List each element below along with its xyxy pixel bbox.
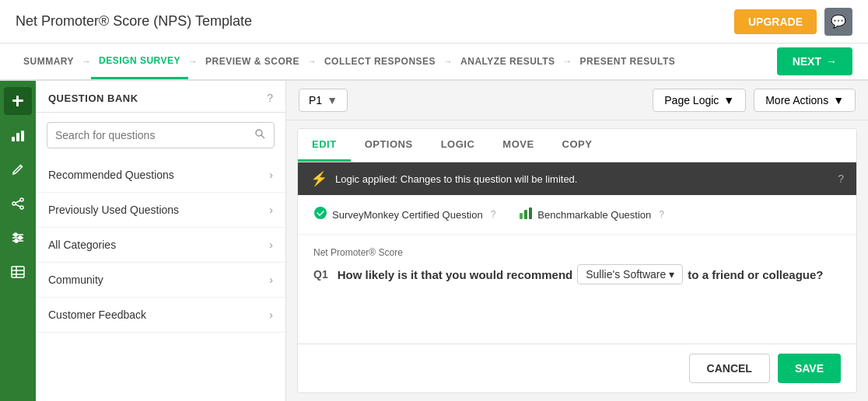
svg-point-7 (20, 206, 23, 209)
svg-rect-2 (12, 137, 15, 141)
svg-point-14 (19, 236, 22, 239)
company-dropdown[interactable]: Sullie's Software ▾ (577, 264, 683, 284)
nav-preview-score[interactable]: PREVIEW & SCORE (198, 44, 307, 79)
nav-arrow-2: → (188, 56, 198, 67)
next-button[interactable]: NEXT → (777, 47, 852, 75)
certified-label: SurveyMonkey Certified Question (332, 209, 483, 221)
svg-point-5 (12, 202, 16, 205)
nav-present-results[interactable]: PRESENT RESULTS (572, 44, 684, 79)
question-meta: SurveyMonkey Certified Question ? Benchm… (298, 195, 856, 235)
question-row: Q1 How likely is it that you would recom… (313, 264, 841, 284)
question-bank-help-icon[interactable]: ? (267, 92, 273, 104)
svg-rect-24 (524, 210, 527, 219)
svg-point-20 (256, 130, 262, 136)
save-button[interactable]: SAVE (778, 354, 841, 383)
page-dropdown-icon: ▼ (327, 94, 338, 106)
nav-arrow-3: → (307, 56, 317, 67)
panel-toolbar: P1 ▼ Page Logic ▼ More Actions ▼ (286, 81, 868, 120)
more-actions-button[interactable]: More Actions ▼ (754, 89, 856, 112)
nav-arrow-1: → (82, 56, 91, 67)
chevron-right-icon: › (269, 309, 273, 321)
nav-collect-responses[interactable]: COLLECT RESPONSES (317, 44, 443, 79)
bank-list: Recommended Questions › Previously Used … (36, 158, 285, 401)
sidebar-icon-pencil[interactable] (4, 155, 32, 183)
svg-rect-3 (16, 133, 19, 141)
tab-logic[interactable]: LOGIC (427, 129, 489, 162)
svg-point-6 (20, 198, 23, 201)
svg-rect-4 (21, 131, 24, 141)
top-bar: Net Promoter® Score (NPS) Template UPGRA… (0, 0, 868, 44)
page-selector[interactable]: P1 ▼ (299, 89, 348, 112)
edit-tabs: EDIT OPTIONS LOGIC MOVE COPY (298, 129, 856, 162)
benchmarkable-badge: Benchmarkable Question ? (519, 206, 664, 223)
message-button[interactable]: 💬 (824, 8, 852, 36)
svg-line-9 (16, 204, 20, 207)
chevron-right-icon: › (269, 239, 273, 251)
chevron-right-icon: › (269, 169, 273, 181)
svg-line-21 (261, 135, 264, 138)
svg-point-13 (14, 233, 17, 236)
svg-rect-1 (16, 96, 19, 106)
nav-analyze-results[interactable]: ANALYZE RESULTS (453, 44, 563, 79)
tab-copy[interactable]: COPY (548, 129, 607, 162)
search-box[interactable] (47, 122, 275, 148)
more-actions-chevron-icon: ▼ (833, 94, 844, 106)
sidebar-icon-sliders[interactable] (4, 224, 32, 252)
tab-edit[interactable]: EDIT (298, 129, 351, 162)
benchmark-label: Benchmarkable Question (537, 209, 651, 221)
sidebar-icons (0, 81, 36, 401)
svg-point-22 (314, 207, 327, 219)
certified-badge: SurveyMonkey Certified Question ? (313, 206, 495, 223)
tab-options[interactable]: OPTIONS (351, 129, 427, 162)
bank-item-customer-feedback[interactable]: Customer Feedback › (36, 298, 285, 333)
nav-design-survey[interactable]: DESIGN SURVEY (91, 44, 188, 79)
sidebar-icon-add[interactable] (4, 87, 32, 115)
svg-point-15 (15, 239, 18, 242)
edit-panel: EDIT OPTIONS LOGIC MOVE COPY ⚡ Logic app… (297, 128, 857, 393)
sidebar-icon-table[interactable] (4, 258, 32, 286)
svg-rect-16 (12, 267, 24, 277)
svg-rect-25 (529, 207, 532, 219)
top-bar-actions: UPGRADE 💬 (734, 8, 852, 36)
logic-banner-help-icon[interactable]: ? (838, 173, 844, 185)
main-layout: QUESTION BANK ? Recommended Questions › … (0, 81, 868, 401)
question-text-after: to a friend or colleague? (688, 268, 823, 281)
page-label: P1 (309, 94, 322, 106)
question-bank-header: QUESTION BANK ? (36, 81, 285, 113)
logic-lightning-icon: ⚡ (310, 170, 327, 187)
upgrade-button[interactable]: UPGRADE (734, 9, 817, 34)
question-number: Q1 (313, 268, 328, 281)
question-text-before: How likely is it that you would recommen… (338, 268, 573, 281)
nav-arrow-5: → (563, 56, 572, 67)
bank-item-community[interactable]: Community › (36, 263, 285, 298)
tab-move[interactable]: MOVE (488, 129, 548, 162)
bank-item-previously-used[interactable]: Previously Used Questions › (36, 193, 285, 228)
question-bank-title: QUESTION BANK (48, 92, 138, 104)
svg-line-8 (16, 200, 20, 203)
benchmark-icon (519, 206, 533, 223)
page-logic-button[interactable]: Page Logic ▼ (653, 89, 746, 112)
search-icon (254, 127, 266, 143)
panel-footer: CANCEL SAVE (298, 343, 856, 392)
next-arrow-icon: → (826, 55, 837, 68)
certified-help-icon[interactable]: ? (491, 209, 496, 220)
question-content: Net Promoter® Score Q1 How likely is it … (298, 235, 856, 343)
sidebar-icon-analytics[interactable] (4, 121, 32, 149)
benchmark-help-icon[interactable]: ? (659, 209, 664, 220)
bank-item-all-categories[interactable]: All Categories › (36, 228, 285, 263)
sidebar-icon-connect[interactable] (4, 190, 32, 218)
company-name: Sullie's Software (586, 268, 666, 281)
page-title: Net Promoter® Score (NPS) Template (16, 13, 252, 30)
question-bank-panel: QUESTION BANK ? Recommended Questions › … (36, 81, 286, 401)
search-input[interactable] (55, 129, 254, 141)
company-dropdown-chevron-icon: ▾ (669, 268, 674, 281)
right-panel: P1 ▼ Page Logic ▼ More Actions ▼ EDIT OP… (286, 81, 868, 401)
bank-item-recommended[interactable]: Recommended Questions › (36, 158, 285, 193)
chevron-right-icon: › (269, 274, 273, 286)
page-logic-chevron-icon: ▼ (723, 94, 734, 106)
logic-banner: ⚡ Logic applied: Changes to this questio… (298, 162, 856, 195)
chevron-right-icon: › (269, 204, 273, 216)
nav-summary[interactable]: SUMMARY (16, 44, 82, 79)
question-category-label: Net Promoter® Score (313, 247, 841, 258)
cancel-button[interactable]: CANCEL (689, 354, 770, 383)
